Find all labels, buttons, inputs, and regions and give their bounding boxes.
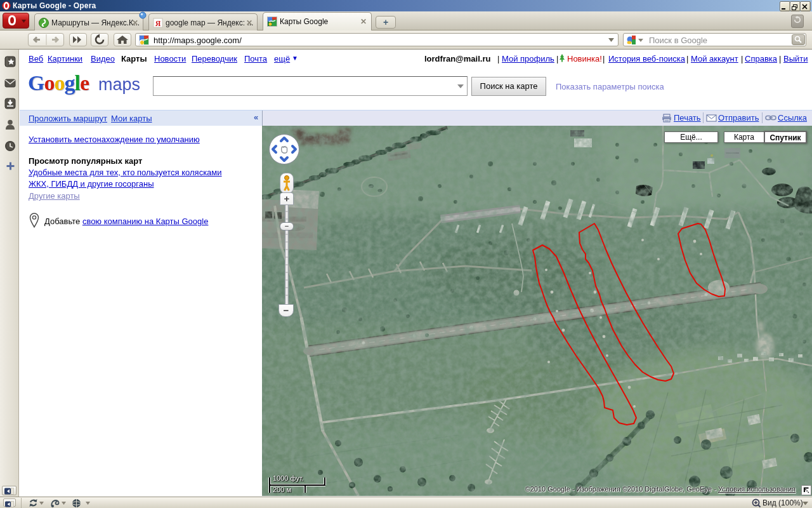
svg-text:Я: Я: [155, 19, 161, 28]
